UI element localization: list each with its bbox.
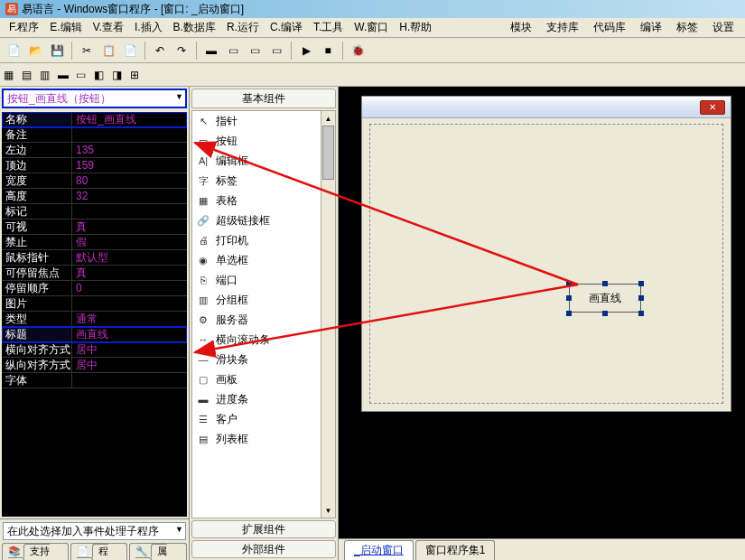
menu-module[interactable]: 模块 — [503, 18, 539, 37]
button-control[interactable]: 画直线 — [569, 284, 641, 313]
tb-align3[interactable]: ▭ — [245, 41, 265, 61]
tb-paste[interactable]: 📄 — [120, 41, 140, 61]
al4-icon[interactable]: ▬ — [58, 69, 70, 81]
sel-handle[interactable] — [566, 281, 572, 286]
al7-icon[interactable]: ◨ — [112, 69, 125, 81]
form-designer[interactable]: ✕ 画直线 — [339, 87, 745, 538]
close-icon[interactable]: ✕ — [700, 100, 725, 115]
component-tab-expand[interactable]: 扩展组件 — [191, 520, 336, 538]
comp-group[interactable]: ▥分组框 — [192, 290, 335, 310]
comp-canvas[interactable]: ▢画板 — [192, 369, 335, 389]
sel-handle[interactable] — [566, 295, 572, 301]
tb-cut[interactable]: ✂ — [77, 41, 97, 61]
comp-scrollbar[interactable]: ▲ ▼ — [321, 111, 335, 518]
tb-stop[interactable]: ■ — [318, 41, 338, 61]
menu-tools[interactable]: T.工具 — [308, 18, 349, 37]
tb-copy[interactable]: 📋 — [98, 41, 118, 61]
tb-align1[interactable]: ▬ — [201, 41, 221, 61]
menu-program[interactable]: F.程序 — [4, 18, 44, 37]
prop-row-type[interactable]: 类型通常 — [2, 312, 187, 327]
component-tab-external[interactable]: 外部组件 — [191, 540, 336, 558]
prop-row-top[interactable]: 顶边159 — [2, 158, 187, 173]
comp-label[interactable]: 字标签 — [192, 171, 335, 191]
comp-client[interactable]: ☰客户 — [192, 409, 335, 429]
doc-tab-startup[interactable]: _启动窗口 — [344, 540, 414, 560]
tb-align2[interactable]: ▭ — [223, 41, 243, 61]
al5-icon[interactable]: ▭ — [76, 69, 88, 81]
scroll-thumb[interactable] — [322, 126, 334, 180]
al8-icon[interactable]: ⊞ — [130, 69, 143, 81]
prop-row-note[interactable]: 备注 — [2, 127, 187, 143]
left-tab-program[interactable]: 📄 程序 — [70, 543, 128, 560]
comp-table[interactable]: ▦表格 — [192, 191, 335, 210]
tb-undo[interactable]: ↶ — [150, 41, 170, 61]
menu-database[interactable]: B.数据库 — [168, 18, 221, 37]
menu-lib[interactable]: 支持库 — [539, 18, 586, 37]
comp-printer[interactable]: 🖨打印机 — [192, 230, 335, 250]
comp-pointer[interactable]: ↖指针 — [192, 111, 335, 131]
comp-button[interactable]: ▭按钮 — [192, 131, 335, 151]
comp-listbox[interactable]: ▤列表框 — [192, 429, 335, 449]
prop-row-image[interactable]: 图片 — [2, 296, 187, 312]
sel-handle[interactable] — [638, 295, 644, 301]
comp-slider[interactable]: —滑块条 — [192, 350, 335, 369]
menu-codelib[interactable]: 代码库 — [586, 18, 633, 37]
sel-handle[interactable] — [602, 311, 608, 316]
prop-row-taborder[interactable]: 停留顺序0 — [2, 281, 187, 296]
prop-row-name[interactable]: 名称按钮_画直线 — [2, 112, 187, 127]
al2-icon[interactable]: ▤ — [22, 69, 34, 81]
comp-port[interactable]: ⎘端口 — [192, 270, 335, 290]
al6-icon[interactable]: ◧ — [94, 69, 107, 81]
prop-row-halign[interactable]: 横向对齐方式居中 — [2, 342, 187, 358]
menu-label[interactable]: 标签 — [669, 18, 705, 37]
prop-row-disable[interactable]: 禁止假 — [2, 235, 187, 250]
sel-handle[interactable] — [566, 311, 572, 316]
prop-row-valign[interactable]: 纵向对齐方式居中 — [2, 358, 187, 373]
sel-handle[interactable] — [638, 311, 644, 316]
sel-handle[interactable] — [638, 281, 644, 286]
al1-icon[interactable]: ▦ — [4, 69, 16, 81]
menu-help[interactable]: H.帮助 — [394, 18, 437, 37]
left-tab-support[interactable]: 📚 支持库 — [2, 543, 69, 560]
tb-align4[interactable]: ▭ — [266, 41, 286, 61]
prop-row-font[interactable]: 字体 — [2, 373, 187, 388]
prop-row-cursor[interactable]: 鼠标指针默认型 — [2, 250, 187, 266]
menu-window[interactable]: W.窗口 — [349, 18, 394, 37]
menu-insert[interactable]: I.插入 — [129, 18, 168, 37]
comp-radio[interactable]: ◉单选框 — [192, 250, 335, 270]
menu-run[interactable]: R.运行 — [221, 18, 265, 37]
menu-compile2[interactable]: 编译 — [633, 18, 669, 37]
prop-row-caption[interactable]: 标题画直线 — [2, 327, 187, 342]
tb-run[interactable]: ▶ — [296, 41, 316, 61]
tb-redo[interactable]: ↷ — [172, 41, 191, 61]
menu-compile[interactable]: C.编译 — [265, 18, 308, 37]
menu-settings[interactable]: 设置 — [705, 18, 741, 37]
scroll-down-icon[interactable]: ▼ — [321, 503, 335, 518]
menu-view[interactable]: V.查看 — [88, 18, 129, 37]
component-tab-basic[interactable]: 基本组件 — [191, 89, 336, 108]
form-client[interactable]: 画直线 — [369, 124, 723, 404]
form-titlebar[interactable]: ✕ — [362, 97, 731, 118]
menu-edit[interactable]: E.编辑 — [44, 18, 87, 37]
tb-debug[interactable]: 🐞 — [348, 41, 368, 61]
event-combo[interactable]: 在此处选择加入事件处理子程序 — [3, 522, 186, 540]
comp-edit[interactable]: A|编辑框 — [192, 151, 335, 171]
object-selector[interactable]: 按钮_画直线（按钮） — [2, 89, 187, 108]
al3-icon[interactable]: ▥ — [40, 69, 52, 81]
scroll-up-icon[interactable]: ▲ — [321, 111, 335, 126]
prop-row-height[interactable]: 高度32 — [2, 189, 187, 204]
doc-tab-programset[interactable]: 窗口程序集1 — [415, 540, 496, 560]
comp-link[interactable]: 🔗超级链接框 — [192, 210, 335, 230]
prop-row-left[interactable]: 左边135 — [2, 143, 187, 158]
tb-new[interactable]: 📄 — [4, 41, 23, 61]
comp-hscroll[interactable]: ↔横向滚动条 — [192, 330, 335, 350]
left-tab-property[interactable]: 🔧 属性 — [129, 543, 187, 560]
form-window[interactable]: ✕ 画直线 — [361, 96, 731, 412]
prop-row-width[interactable]: 宽度80 — [2, 173, 187, 189]
comp-progress[interactable]: ▬进度条 — [192, 389, 335, 409]
comp-server[interactable]: ⚙服务器 — [192, 310, 335, 330]
tb-save[interactable]: 💾 — [47, 41, 67, 61]
prop-row-tag[interactable]: 标记 — [2, 204, 187, 219]
sel-handle[interactable] — [602, 281, 608, 286]
prop-row-visible[interactable]: 可视真 — [2, 219, 187, 235]
